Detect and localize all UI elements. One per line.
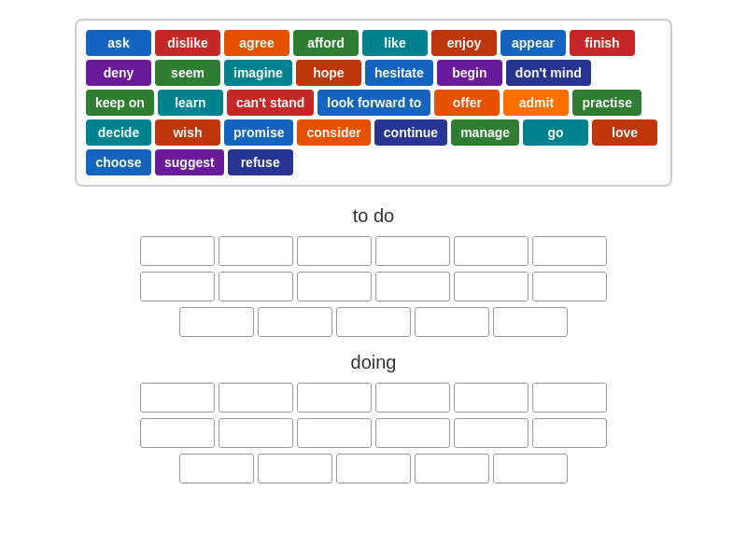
doing-row-1 bbox=[75, 383, 672, 413]
drop-box[interactable] bbox=[454, 272, 529, 301]
doing-label: doing bbox=[75, 352, 672, 373]
drop-box[interactable] bbox=[258, 307, 332, 337]
doing-row-2 bbox=[75, 418, 672, 448]
word-btn-enjoy[interactable]: enjoy bbox=[431, 30, 497, 56]
drop-box[interactable] bbox=[375, 383, 450, 413]
drop-box[interactable] bbox=[375, 418, 450, 448]
drop-box[interactable] bbox=[179, 454, 254, 483]
word-btn-admit[interactable]: admit bbox=[503, 90, 569, 116]
drop-box[interactable] bbox=[375, 272, 450, 301]
drop-box[interactable] bbox=[218, 272, 293, 301]
drop-box[interactable] bbox=[454, 383, 529, 413]
drop-box[interactable] bbox=[297, 236, 372, 266]
drop-box[interactable] bbox=[218, 383, 293, 413]
word-btn-seem[interactable]: seem bbox=[155, 60, 220, 86]
word-btn-hesitate[interactable]: hesitate bbox=[365, 60, 433, 86]
to-do-row-2 bbox=[75, 272, 672, 301]
word-btn-offer[interactable]: offer bbox=[434, 90, 500, 116]
drop-box[interactable] bbox=[218, 236, 293, 266]
drop-box[interactable] bbox=[454, 418, 529, 448]
word-btn-finish[interactable]: finish bbox=[570, 30, 635, 56]
drop-box[interactable] bbox=[297, 418, 372, 448]
word-btn-suggest[interactable]: suggest bbox=[155, 149, 224, 175]
to-do-label: to do bbox=[75, 205, 672, 227]
drop-box[interactable] bbox=[336, 307, 411, 337]
word-btn-hope[interactable]: hope bbox=[296, 60, 361, 86]
drop-box[interactable] bbox=[415, 454, 489, 483]
drop-box[interactable] bbox=[218, 418, 293, 448]
word-btn-appear[interactable]: appear bbox=[500, 30, 566, 56]
word-btn-decide[interactable]: decide bbox=[86, 119, 151, 146]
word-btn-dont-mind[interactable]: don't mind bbox=[506, 60, 591, 86]
word-btn-like[interactable]: like bbox=[362, 30, 428, 56]
drop-box[interactable] bbox=[140, 383, 215, 413]
word-btn-look-forward-to[interactable]: look forward to bbox=[317, 90, 430, 116]
drop-box[interactable] bbox=[336, 454, 411, 483]
drop-box[interactable] bbox=[179, 307, 254, 337]
drop-box[interactable] bbox=[375, 236, 450, 266]
drop-box[interactable] bbox=[493, 454, 568, 483]
drop-box[interactable] bbox=[140, 236, 215, 266]
drop-box[interactable] bbox=[297, 383, 372, 413]
to-do-section: to do bbox=[75, 205, 672, 337]
word-btn-love[interactable]: love bbox=[592, 119, 657, 146]
to-do-row-3 bbox=[75, 307, 672, 337]
main-container: askdislikeagreeaffordlikeenjoyappearfini… bbox=[0, 0, 747, 517]
drop-box[interactable] bbox=[140, 272, 215, 301]
drop-box[interactable] bbox=[493, 307, 568, 337]
word-btn-manage[interactable]: manage bbox=[451, 119, 519, 146]
drop-box[interactable] bbox=[454, 236, 529, 266]
word-btn-ask[interactable]: ask bbox=[86, 30, 151, 56]
word-btn-promise[interactable]: promise bbox=[224, 119, 293, 146]
word-btn-agree[interactable]: agree bbox=[224, 30, 289, 56]
drop-box[interactable] bbox=[532, 236, 607, 266]
word-btn-refuse[interactable]: refuse bbox=[228, 149, 293, 175]
doing-section: doing bbox=[75, 352, 672, 483]
word-btn-keep-on[interactable]: keep on bbox=[86, 90, 154, 116]
word-bank: askdislikeagreeaffordlikeenjoyappearfini… bbox=[75, 19, 672, 187]
word-btn-deny[interactable]: deny bbox=[86, 60, 151, 86]
drop-box[interactable] bbox=[532, 383, 607, 413]
word-btn-begin[interactable]: begin bbox=[437, 60, 502, 86]
word-btn-choose[interactable]: choose bbox=[86, 149, 151, 175]
drop-box[interactable] bbox=[297, 272, 372, 301]
word-btn-imagine[interactable]: imagine bbox=[224, 60, 292, 86]
word-btn-go[interactable]: go bbox=[523, 119, 588, 146]
drop-box[interactable] bbox=[140, 418, 215, 448]
doing-row-3 bbox=[75, 454, 672, 483]
word-btn-cant-stand[interactable]: can't stand bbox=[227, 90, 314, 116]
drop-box[interactable] bbox=[415, 307, 489, 337]
drop-box[interactable] bbox=[258, 454, 332, 483]
drop-box[interactable] bbox=[532, 418, 607, 448]
word-btn-afford[interactable]: afford bbox=[293, 30, 359, 56]
word-btn-dislike[interactable]: dislike bbox=[155, 30, 220, 56]
word-btn-consider[interactable]: consider bbox=[297, 119, 370, 146]
word-btn-wish[interactable]: wish bbox=[155, 119, 220, 146]
word-btn-learn[interactable]: learn bbox=[158, 90, 223, 116]
word-btn-practise[interactable]: practise bbox=[572, 90, 641, 116]
drop-box[interactable] bbox=[532, 272, 607, 301]
to-do-row-1 bbox=[75, 236, 672, 266]
word-btn-continue[interactable]: continue bbox=[374, 119, 447, 146]
